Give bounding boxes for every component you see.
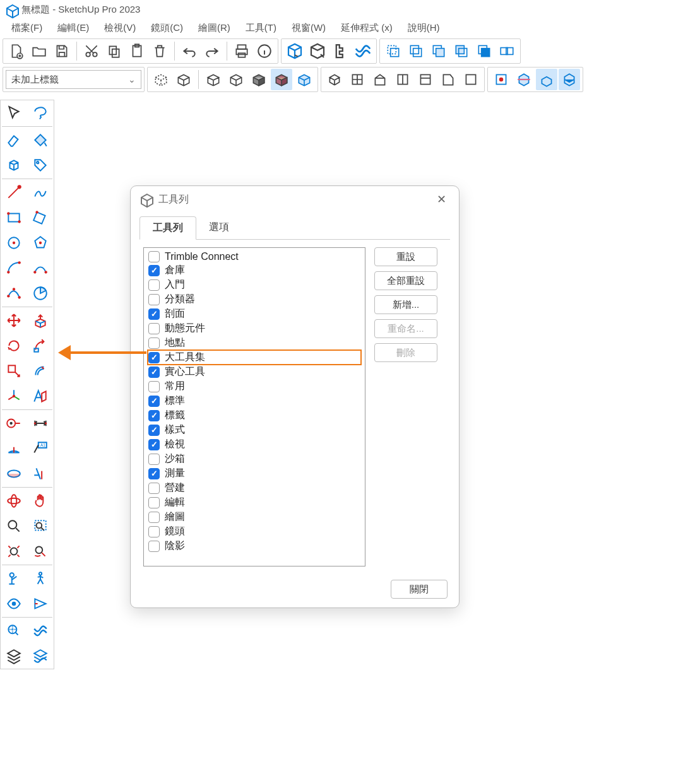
svg-rect-11 (388, 45, 396, 54)
svg-point-28 (499, 78, 504, 82)
section-display-button[interactable] (513, 69, 535, 90)
menu-item[interactable]: 延伸程式 (x) (333, 20, 400, 36)
app-logo-icon (5, 4, 16, 15)
separator-icon (198, 70, 199, 89)
copy-button[interactable] (104, 40, 125, 62)
svg-rect-4 (112, 49, 119, 57)
separator-icon (76, 42, 77, 61)
hidden-line-button[interactable] (225, 69, 247, 90)
svg-rect-20 (482, 49, 490, 57)
union-button[interactable] (428, 40, 449, 62)
tags-toolbar: 未加上標籤 (3, 67, 145, 92)
undo-button[interactable] (179, 40, 200, 62)
svg-rect-9 (239, 53, 246, 57)
delete-button[interactable] (149, 40, 170, 62)
tag-select-value: 未加上標籤 (11, 74, 59, 86)
views-toolbar (321, 67, 485, 92)
split-button[interactable] (496, 40, 518, 62)
menu-item[interactable]: 檢視(V) (97, 20, 143, 36)
warehouse-toolbar (281, 38, 377, 64)
menu-bar: 檔案(F)編輯(E)檢視(V)鏡頭(C)繪圖(R)工具(T)視窗(W)延伸程式 … (0, 19, 700, 37)
print-button[interactable] (231, 40, 252, 62)
left-view-button[interactable] (437, 69, 459, 90)
subtract-button[interactable] (451, 40, 472, 62)
save-button[interactable] (51, 40, 73, 62)
menu-item[interactable]: 說明(H) (400, 20, 448, 36)
svg-rect-13 (410, 45, 418, 54)
redo-button[interactable] (201, 40, 223, 62)
monochrome-button[interactable] (294, 69, 315, 90)
info-button[interactable] (254, 40, 275, 62)
tag-select[interactable]: 未加上標籤 (6, 70, 141, 89)
paste-button[interactable] (126, 40, 148, 62)
right-view-button[interactable] (392, 69, 413, 90)
title-bar: 無標題 - SketchUp Pro 2023 (0, 0, 700, 19)
solid-toolbar (379, 38, 521, 64)
section-toolbar (487, 67, 583, 92)
wireframe-button[interactable] (203, 69, 224, 90)
menu-item[interactable]: 視窗(W) (284, 20, 333, 36)
svg-rect-29 (518, 79, 530, 80)
svg-rect-25 (420, 74, 430, 84)
extension-manager-button[interactable] (352, 40, 374, 62)
cut-button[interactable] (81, 40, 102, 62)
extension-warehouse-button[interactable] (329, 40, 351, 62)
trim-button[interactable] (473, 40, 495, 62)
svg-rect-12 (391, 49, 399, 57)
toolbar-row-2: 未加上標籤 (0, 65, 700, 93)
menu-item[interactable]: 工具(T) (238, 20, 284, 36)
svg-rect-7 (238, 45, 246, 49)
intersect-button[interactable] (405, 40, 427, 62)
shaded-textures-button[interactable] (271, 69, 292, 90)
outer-shell-button[interactable] (383, 40, 404, 62)
section-cut-button[interactable] (536, 69, 557, 90)
svg-rect-16 (436, 49, 444, 57)
shaded-button[interactable] (248, 69, 270, 90)
separator-icon (174, 42, 175, 61)
svg-rect-14 (413, 49, 422, 57)
bottom-view-button[interactable] (460, 69, 482, 90)
new-file-button[interactable] (6, 40, 27, 62)
window-title: 無標題 - SketchUp Pro 2023 (21, 4, 140, 16)
section-plane-button[interactable] (490, 69, 512, 90)
menu-item[interactable]: 編輯(E) (50, 20, 97, 36)
top-view-button[interactable] (347, 69, 368, 90)
iso-view-button[interactable] (324, 69, 345, 90)
svg-rect-3 (109, 46, 116, 54)
backedges-button[interactable] (173, 69, 194, 90)
separator-icon (227, 42, 227, 61)
svg-rect-17 (456, 45, 464, 54)
warehouse-button[interactable] (284, 40, 306, 62)
open-file-button[interactable] (28, 40, 50, 62)
menu-item[interactable]: 繪圖(R) (191, 20, 238, 36)
warehouse-share-button[interactable] (307, 40, 328, 62)
front-view-button[interactable] (369, 69, 391, 90)
menu-item[interactable]: 檔案(F) (4, 20, 50, 36)
back-view-button[interactable] (415, 69, 436, 90)
svg-rect-26 (466, 74, 475, 84)
standard-toolbar (3, 38, 278, 64)
styles-toolbar (147, 67, 318, 92)
section-fill-button[interactable] (559, 69, 580, 90)
toolbar-row-1 (0, 37, 700, 65)
xray-button[interactable] (150, 69, 172, 90)
menu-item[interactable]: 鏡頭(C) (143, 20, 191, 36)
